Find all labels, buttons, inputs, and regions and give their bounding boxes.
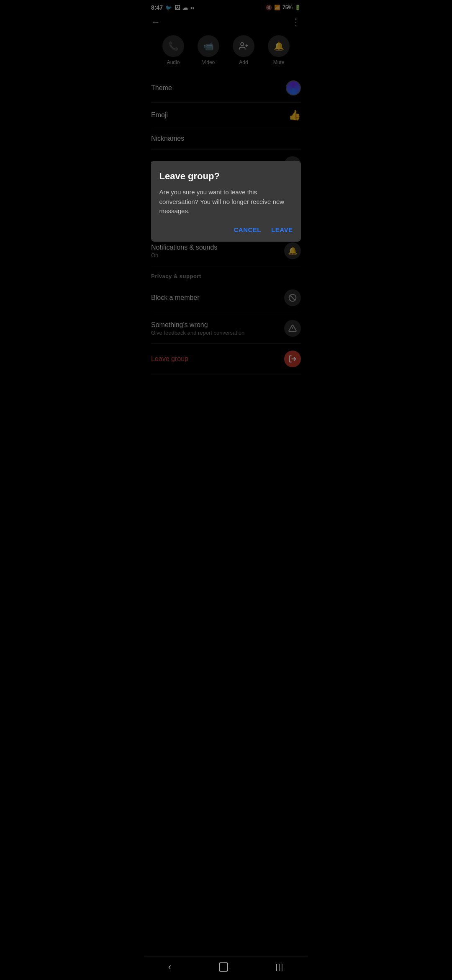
dialog-title: Leave group? (159, 171, 293, 182)
leave-group-dialog: Leave group? Are you sure you want to le… (151, 161, 301, 242)
cancel-button[interactable]: CANCEL (234, 224, 262, 235)
dialog-actions: CANCEL LEAVE (159, 224, 293, 235)
leave-button[interactable]: LEAVE (271, 224, 293, 235)
dialog-body: Are you sure you want to leave this conv… (159, 188, 293, 216)
